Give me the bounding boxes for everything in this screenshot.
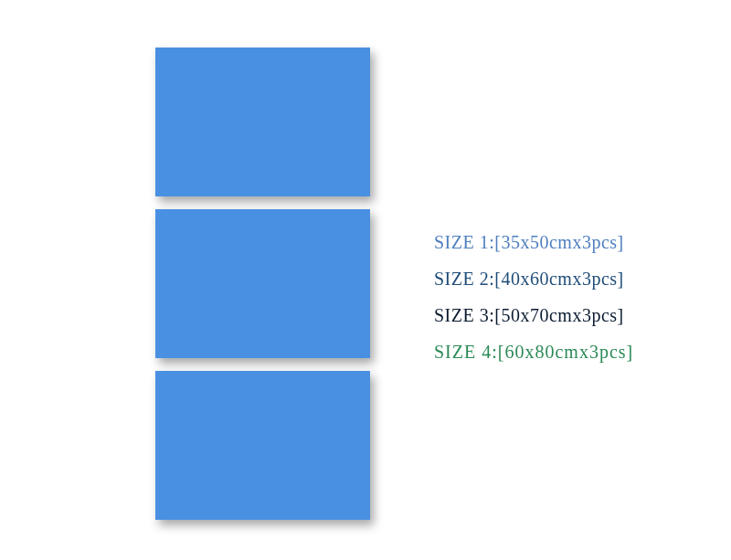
size-value: 60x80cmx3pcs — [498, 342, 633, 362]
size-option-2: SIZE 2:40x60cmx3pcs — [434, 269, 633, 288]
product-size-diagram: SIZE 1:35x50cmx3pcs SIZE 2:40x60cmx3pcs … — [0, 0, 731, 560]
canvas-panel-2 — [155, 209, 370, 358]
size-value: 35x50cmx3pcs — [494, 232, 623, 252]
size-value: 40x60cmx3pcs — [494, 269, 623, 289]
size-options-list: SIZE 1:35x50cmx3pcs SIZE 2:40x60cmx3pcs … — [434, 233, 633, 379]
size-option-3: SIZE 3:50x70cmx3pcs — [434, 306, 633, 324]
canvas-panel-1 — [155, 48, 370, 196]
size-label: SIZE 2: — [434, 269, 494, 289]
canvas-panel-3 — [155, 371, 370, 520]
size-label: SIZE 4: — [434, 342, 498, 362]
size-option-4: SIZE 4:60x80cmx3pcs — [434, 343, 633, 361]
size-label: SIZE 3: — [434, 305, 494, 325]
canvas-panels-stack — [155, 48, 370, 520]
size-option-1: SIZE 1:35x50cmx3pcs — [434, 233, 633, 251]
size-label: SIZE 1: — [434, 232, 494, 252]
size-value: 50x70cmx3pcs — [494, 305, 623, 325]
